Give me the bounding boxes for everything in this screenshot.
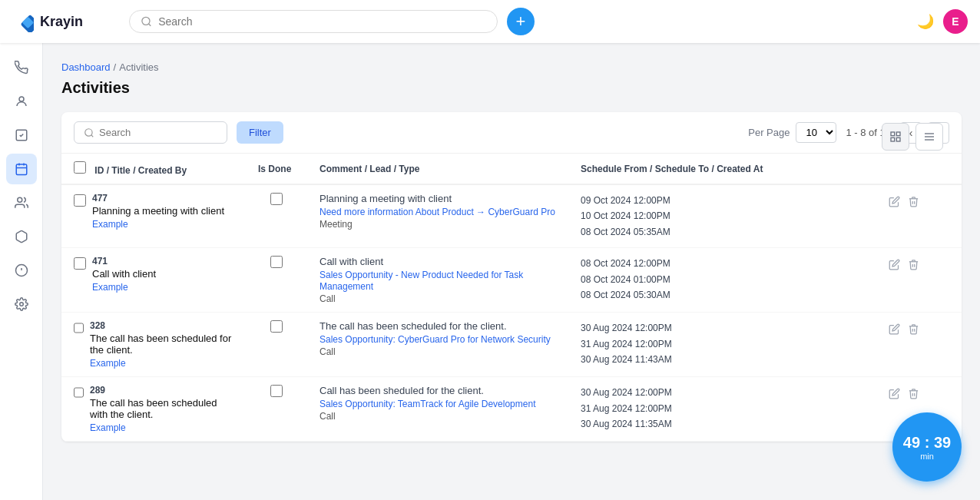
table-search-icon <box>84 127 94 138</box>
row-actions-cell <box>875 248 962 313</box>
global-search-bar[interactable] <box>129 10 498 33</box>
row-done-checkbox[interactable] <box>270 193 283 205</box>
sidebar-item-activities[interactable] <box>6 154 37 184</box>
activities-table-container: Filter Per Page 10 25 50 1 - 8 of 18 ‹ › <box>61 112 962 442</box>
row-actions-cell <box>875 313 962 377</box>
row-title: The call has been scheduled with the cli… <box>90 397 233 420</box>
row-id-cell: 289 The call has been scheduled with the… <box>61 377 246 442</box>
row-checkbox[interactable] <box>74 257 86 270</box>
table-row: 289 The call has been scheduled with the… <box>61 377 962 442</box>
row-done-checkbox[interactable] <box>270 385 283 397</box>
filter-button[interactable]: Filter <box>237 121 283 144</box>
delete-button[interactable] <box>906 194 921 211</box>
row-creator[interactable]: Example <box>90 358 126 369</box>
row-schedule-dates: 08 Oct 2024 12:00PM08 Oct 2024 01:00PM08… <box>581 256 862 303</box>
row-done-cell <box>246 313 307 377</box>
kanban-view-button[interactable] <box>882 123 909 151</box>
breadcrumb-separator: / <box>114 61 117 73</box>
row-actions-cell <box>875 184 962 248</box>
row-id: 289 <box>90 385 233 396</box>
row-comment-cell: Planning a meeting with client Need more… <box>307 184 568 248</box>
edit-button[interactable] <box>887 386 902 403</box>
row-lead[interactable]: Need more information About Product → Cy… <box>319 207 555 217</box>
breadcrumb: Dashboard / Activities <box>61 61 962 73</box>
top-navigation: Krayin + 🌙 E <box>0 0 980 43</box>
sidebar-item-people[interactable] <box>6 187 37 218</box>
list-view-button[interactable] <box>915 123 943 151</box>
row-comment: Planning a meeting with client <box>319 193 556 204</box>
table-search-bar[interactable] <box>74 121 227 144</box>
timer-label: min <box>920 452 934 461</box>
row-action-buttons <box>887 193 949 211</box>
sidebar-item-products[interactable] <box>6 221 37 252</box>
delete-button[interactable] <box>906 322 921 339</box>
row-checkbox[interactable] <box>74 386 84 399</box>
row-id-cell: 477 Planning a meeting with client Examp… <box>61 184 246 248</box>
row-id: 471 <box>92 256 156 267</box>
sidebar-item-reports[interactable] <box>6 255 37 286</box>
timer-time: 49 : 39 <box>903 433 951 452</box>
row-lead[interactable]: Sales Opportunity: CyberGuard Pro for Ne… <box>319 334 551 345</box>
row-type: Call <box>319 293 556 304</box>
svg-point-14 <box>19 303 23 306</box>
row-done-cell <box>246 248 307 313</box>
row-done-checkbox[interactable] <box>270 320 283 333</box>
sidebar-item-phone[interactable] <box>6 52 37 83</box>
th-schedule: Schedule From / Schedule To / Created At <box>568 154 875 184</box>
svg-line-23 <box>91 134 94 137</box>
svg-line-3 <box>149 24 151 26</box>
delete-button[interactable] <box>906 386 921 403</box>
sidebar-item-contacts[interactable] <box>6 86 37 117</box>
table-search-input[interactable] <box>99 127 207 138</box>
page-header: Dashboard / Activities Activities <box>61 61 962 97</box>
row-comment-cell: Call has been sheduled for the client. S… <box>307 377 568 442</box>
row-id-cell: 328 The call has been scheduled for the … <box>61 313 246 377</box>
row-comment: The call has been scheduled for the clie… <box>319 320 556 332</box>
logo: Krayin <box>12 11 120 32</box>
row-lead[interactable]: Sales Opportunity: TeamTrack for Agile D… <box>319 399 535 409</box>
edit-button[interactable] <box>887 194 902 211</box>
row-schedule-cell: 30 Aug 2024 12:00PM31 Aug 2024 12:00PM30… <box>568 313 875 377</box>
row-creator[interactable]: Example <box>90 422 126 433</box>
row-schedule-dates: 30 Aug 2024 12:00PM31 Aug 2024 12:00PM30… <box>581 320 862 367</box>
svg-rect-16 <box>896 132 900 136</box>
select-all-checkbox[interactable] <box>74 161 86 174</box>
list-icon <box>923 131 935 143</box>
svg-point-4 <box>19 97 24 101</box>
table-row: 471 Call with client Example Call with c… <box>61 248 962 313</box>
timer-widget[interactable]: 49 : 39 min <box>892 412 962 482</box>
table-row: 328 The call has been scheduled for the … <box>61 313 962 377</box>
edit-button[interactable] <box>887 257 902 274</box>
kanban-icon <box>889 131 902 143</box>
row-action-buttons <box>887 385 949 403</box>
add-button[interactable]: + <box>507 8 535 35</box>
table-row: 477 Planning a meeting with client Examp… <box>61 184 962 248</box>
sidebar-item-tasks[interactable] <box>6 120 37 151</box>
per-page-select[interactable]: 10 25 50 <box>796 122 836 143</box>
th-checkbox: ID / Title / Created By <box>61 154 246 184</box>
row-title: The call has been scheduled for the clie… <box>90 333 233 356</box>
row-type: Call <box>319 411 556 422</box>
row-creator[interactable]: Example <box>92 219 128 230</box>
svg-point-22 <box>85 128 92 135</box>
row-checkbox[interactable] <box>74 322 84 334</box>
row-lead[interactable]: Sales Opportunity - New Product Needed f… <box>319 270 523 292</box>
avatar[interactable]: E <box>943 9 968 34</box>
table-body: 477 Planning a meeting with client Examp… <box>61 184 962 442</box>
filters-row: Filter Per Page 10 25 50 1 - 8 of 18 ‹ › <box>61 112 962 154</box>
breadcrumb-dashboard[interactable]: Dashboard <box>61 61 111 73</box>
theme-toggle-icon[interactable]: 🌙 <box>917 13 934 30</box>
delete-button[interactable] <box>906 257 921 274</box>
row-checkbox[interactable] <box>74 194 86 207</box>
row-schedule-cell: 09 Oct 2024 12:00PM10 Oct 2024 12:00PM08… <box>568 184 875 248</box>
sidebar-item-settings[interactable] <box>6 289 37 320</box>
row-type: Meeting <box>319 219 556 230</box>
row-done-checkbox[interactable] <box>270 256 283 268</box>
logo-icon <box>12 11 34 32</box>
row-creator[interactable]: Example <box>92 282 128 293</box>
row-id-cell: 471 Call with client Example <box>61 248 246 313</box>
row-schedule-cell: 30 Aug 2024 12:00PM31 Aug 2024 12:00PM30… <box>568 377 875 442</box>
row-schedule-cell: 08 Oct 2024 12:00PM08 Oct 2024 01:00PM08… <box>568 248 875 313</box>
global-search-input[interactable] <box>158 15 486 28</box>
edit-button[interactable] <box>887 322 902 339</box>
